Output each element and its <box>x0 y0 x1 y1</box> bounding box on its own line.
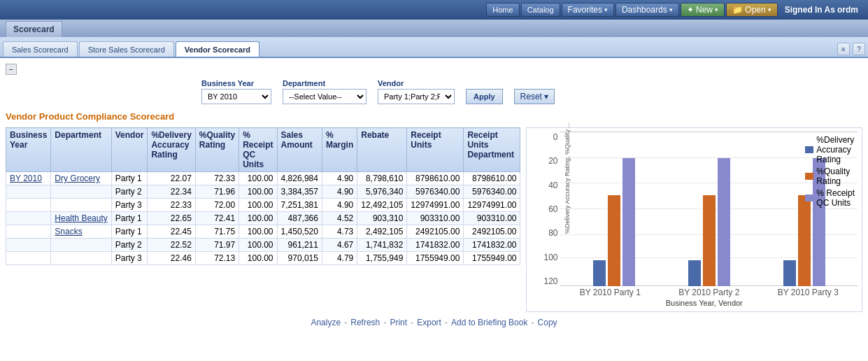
cell-receipt-units-dept: 2492105.00 <box>464 225 520 239</box>
legend-item-quality: %QualityRating <box>805 167 855 186</box>
cell-sales: 3,384,357 <box>277 185 322 199</box>
cell-rebate: 12,492,105 <box>357 199 407 212</box>
filter-row: Business Year BY 2010 Department --Selec… <box>6 79 862 104</box>
cell-margin: 4.90 <box>322 185 357 199</box>
department-filter: Department --Select Value-- <box>283 79 367 104</box>
x-label-party2: BY 2010 Party 2 <box>678 288 739 297</box>
cell-sales: 487,366 <box>277 212 322 225</box>
help-icon[interactable]: ? <box>853 43 865 55</box>
cell-qual: 71.96 <box>195 185 239 199</box>
col-header-sales: SalesAmount <box>277 128 322 172</box>
cell-year <box>6 199 51 212</box>
dashboards-button[interactable]: Dashboards ▾ <box>616 3 679 17</box>
cell-dept <box>51 252 111 265</box>
cell-deliv: 22.46 <box>148 252 195 265</box>
table-row: Party 222.3471.96100.003,384,3574.905,97… <box>6 185 520 199</box>
bar-purple-party2 <box>718 158 730 286</box>
cell-margin: 4.90 <box>322 172 357 185</box>
legend-label-delivery: %DeliveryAccuracyRating <box>816 135 854 164</box>
cell-rebate: 5,976,340 <box>357 185 407 199</box>
content-layout: BusinessYear Department Vendor %Delivery… <box>6 127 862 312</box>
department-label: Department <box>283 79 367 87</box>
legend-color-quality <box>805 173 813 180</box>
collapse-button[interactable]: − <box>6 64 17 75</box>
legend-item-receipt-qc: % ReceiptQC Units <box>805 188 855 208</box>
table-row: Party 222.5271.97100.00961,2114.671,741,… <box>6 239 520 252</box>
print-link[interactable]: Print <box>390 318 407 327</box>
cell-year <box>6 225 51 239</box>
new-button[interactable]: ✦ New ▾ <box>681 3 725 17</box>
cell-qual: 72.33 <box>195 172 239 185</box>
tab-bar: Sales Scorecard Store Sales Scorecard Ve… <box>0 37 868 58</box>
department-select[interactable]: --Select Value-- <box>283 89 367 104</box>
cell-margin: 4.90 <box>322 199 357 212</box>
cell-qual: 71.97 <box>195 239 239 252</box>
business-year-filter: Business Year BY 2010 <box>201 79 271 104</box>
cell-qual: 72.41 <box>195 212 239 225</box>
cell-deliv: 22.52 <box>148 239 195 252</box>
open-arrow-icon: ▾ <box>768 6 771 13</box>
cell-receipt-units: 2492105.00 <box>407 225 464 239</box>
tab-sales-scorecard[interactable]: Sales Scorecard <box>3 41 78 57</box>
col-header-vendor: Vendor <box>111 128 148 172</box>
cell-dept: Dry Grocery <box>51 172 111 185</box>
cell-receipt-qc: 100.00 <box>239 212 277 225</box>
cell-receipt-units-dept: 5976340.00 <box>464 185 520 199</box>
x-axis-title: Business Year, Vendor <box>550 299 858 307</box>
cell-sales: 4,826,984 <box>277 172 322 185</box>
bar-blue-party3 <box>783 260 796 286</box>
copy-link[interactable]: Copy <box>538 318 557 327</box>
cell-year: BY 2010 <box>6 172 51 185</box>
cell-rebate: 903,310 <box>357 212 407 225</box>
cell-receipt-qc: 100.00 <box>239 185 277 199</box>
cell-dept <box>51 185 111 199</box>
cell-vendor: Party 1 <box>111 212 148 225</box>
refresh-link[interactable]: Refresh <box>350 318 380 327</box>
cell-rebate: 1,755,949 <box>357 252 407 265</box>
cell-vendor: Party 3 <box>111 252 148 265</box>
analyze-link[interactable]: Analyze <box>311 318 341 327</box>
tab-store-sales-scorecard[interactable]: Store Sales Scorecard <box>79 41 174 57</box>
reset-button[interactable]: Reset ▾ <box>514 89 555 104</box>
business-year-select[interactable]: BY 2010 <box>201 89 271 104</box>
open-button[interactable]: 📁 Open ▾ <box>726 3 778 17</box>
cell-sales: 970,015 <box>277 252 322 265</box>
apply-button[interactable]: Apply <box>466 89 503 104</box>
cell-year <box>6 239 51 252</box>
list-view-icon[interactable]: ≡ <box>837 43 850 55</box>
col-header-margin: %Margin <box>322 128 357 172</box>
scorecard-title: Scorecard <box>6 21 62 37</box>
cell-qual: 71.75 <box>195 225 239 239</box>
bar-group-party2 <box>688 158 730 286</box>
table-row: SnacksParty 122.4571.75100.001,450,5204.… <box>6 225 520 239</box>
cell-deliv: 22.33 <box>148 199 195 212</box>
x-label-party1: BY 2010 Party 1 <box>580 288 641 297</box>
cell-qual: 72.13 <box>195 252 239 265</box>
tab-icons: ≡ ? <box>837 43 865 57</box>
cell-rebate: 8,798,610 <box>357 172 407 185</box>
cell-receipt-qc: 100.00 <box>239 239 277 252</box>
legend-label-quality: %QualityRating <box>816 167 850 186</box>
cell-receipt-units: 903310.00 <box>407 212 464 225</box>
add-to-briefing-book-link[interactable]: Add to Briefing Book <box>451 318 527 327</box>
data-table-container: BusinessYear Department Vendor %Delivery… <box>6 127 520 312</box>
cell-year <box>6 252 51 265</box>
chart-area: %Delivery Accuracy Rating, %Quality ... … <box>526 127 862 312</box>
home-button[interactable]: Home <box>486 3 519 17</box>
cell-receipt-qc: 100.00 <box>239 172 277 185</box>
favorites-button[interactable]: Favorites ▾ <box>562 3 614 17</box>
legend-label-receipt-qc: % ReceiptQC Units <box>816 188 855 208</box>
col-header-rebate: Rebate <box>357 128 407 172</box>
cell-vendor: Party 1 <box>111 225 148 239</box>
export-link[interactable]: Export <box>417 318 441 327</box>
vendor-select[interactable]: Party 1;Party 2;F... <box>378 89 455 104</box>
bar-purple-party1 <box>622 158 635 286</box>
signed-in-label: Signed In As ordm <box>779 5 864 15</box>
cell-receipt-units-dept: 1755949.00 <box>464 252 520 265</box>
section-title: Vendor Product Compliance Scorecard <box>6 111 862 122</box>
cell-receipt-qc: 100.00 <box>239 252 277 265</box>
tab-vendor-scorecard[interactable]: Vendor Scorecard <box>176 41 259 57</box>
catalog-button[interactable]: Catalog <box>521 3 560 17</box>
cell-deliv: 22.07 <box>148 172 195 185</box>
cell-receipt-units: 5976340.00 <box>407 185 464 199</box>
